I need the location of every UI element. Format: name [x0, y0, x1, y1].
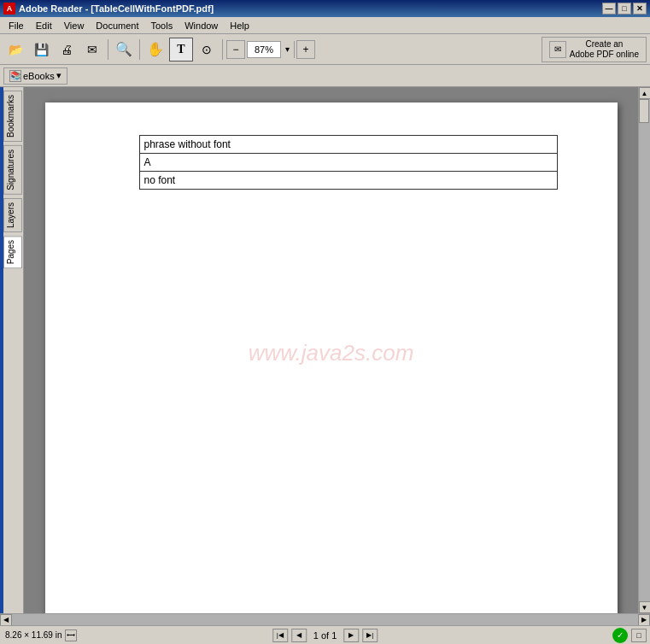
- maximize-button[interactable]: □: [618, 3, 631, 15]
- menu-edit[interactable]: Edit: [31, 19, 57, 32]
- pdf-viewport[interactable]: phrase without font A no font www.java2s…: [24, 87, 650, 613]
- nav-first-button[interactable]: |◀: [272, 629, 288, 642]
- bookmarks-label: Bookmarks: [6, 95, 15, 138]
- search-button[interactable]: 🔍: [112, 38, 136, 61]
- status-bar: 8.26 × 11.69 in ⟷ |◀ ◀ 1 of 1 ▶ ▶| ✓ □: [0, 625, 650, 644]
- title-bar: A Adobe Reader - [TableCellWithFontPDF.p…: [0, 0, 650, 17]
- layers-label: Layers: [6, 202, 15, 228]
- status-icon-1[interactable]: □: [631, 629, 647, 642]
- signatures-label: Signatures: [6, 149, 15, 190]
- pages-tab[interactable]: Pages: [3, 236, 22, 268]
- menu-document[interactable]: Document: [91, 19, 143, 32]
- main-toolbar: 📂 💾 🖨 ✉ 🔍 ✋ T ⊙ − ▾ + ✉ Create an Adobe …: [0, 34, 650, 65]
- table-row: phrase without font: [139, 136, 557, 154]
- pages-label: Pages: [6, 240, 15, 264]
- ebooks-icon: 📚: [9, 70, 21, 82]
- title-bar-right[interactable]: — □ ✕: [602, 3, 647, 15]
- menu-view[interactable]: View: [59, 19, 90, 32]
- bookmarks-tab[interactable]: Bookmarks: [3, 91, 22, 142]
- print-button[interactable]: 🖨: [55, 38, 79, 61]
- ebooks-dropdown-arrow: ▾: [56, 70, 61, 81]
- vertical-scrollbar[interactable]: ▲ ▼: [638, 87, 650, 613]
- title-bar-text: Adobe Reader - [TableCellWithFontPDF.pdf…: [19, 3, 214, 14]
- menu-bar: File Edit View Document Tools Window Hel…: [0, 17, 650, 34]
- nav-prev-button[interactable]: ◀: [291, 629, 307, 642]
- pdf-page: phrase without font A no font www.java2s…: [45, 102, 618, 613]
- table-cell-2: A: [139, 154, 557, 172]
- scroll-thumb-vertical[interactable]: [639, 99, 649, 123]
- pdf-online-label: Create an Adobe PDF online: [570, 39, 639, 60]
- title-bar-left: A Adobe Reader - [TableCellWithFontPDF.p…: [3, 3, 214, 15]
- horizontal-scrollbar[interactable]: ◀ ▶: [0, 613, 650, 625]
- scroll-track-vertical[interactable]: [639, 99, 650, 601]
- table-row: A: [139, 154, 557, 172]
- table-cell-3: no font: [139, 172, 557, 190]
- nav-last-button[interactable]: ▶|: [362, 629, 378, 642]
- ebooks-label: eBooks: [23, 71, 55, 81]
- close-button[interactable]: ✕: [633, 3, 647, 15]
- select-tool-button[interactable]: T: [169, 38, 193, 61]
- menu-window[interactable]: Window: [179, 19, 223, 32]
- open-button[interactable]: 📂: [3, 38, 27, 61]
- green-status-button[interactable]: ✓: [612, 628, 628, 643]
- scroll-up-arrow[interactable]: ▲: [639, 87, 651, 99]
- layers-tab[interactable]: Layers: [3, 198, 22, 232]
- table-cell-1: phrase without font: [139, 136, 557, 154]
- signatures-tab[interactable]: Signatures: [3, 145, 22, 195]
- navigation-controls: |◀ ◀ 1 of 1 ▶ ▶|: [272, 629, 378, 642]
- zoom-out-button[interactable]: −: [226, 40, 245, 59]
- scroll-track-horizontal[interactable]: [12, 614, 638, 625]
- menu-file[interactable]: File: [3, 19, 29, 32]
- nav-next-button[interactable]: ▶: [343, 629, 359, 642]
- page-info: 1 of 1: [310, 630, 341, 641]
- snapshot-tool-button[interactable]: ⊙: [195, 38, 219, 61]
- scroll-down-arrow[interactable]: ▼: [639, 601, 651, 613]
- secondary-toolbar: 📚 eBooks ▾: [0, 65, 650, 87]
- page-size-label: 8.26 × 11.69 in: [0, 630, 61, 640]
- resize-handle[interactable]: ⟷: [65, 629, 77, 641]
- save-button[interactable]: 💾: [29, 38, 53, 61]
- table-row: no font: [139, 172, 557, 190]
- zoom-controls: − ▾ +: [226, 40, 315, 59]
- zoom-input[interactable]: [248, 42, 280, 57]
- pdf-online-icon: ✉: [549, 41, 566, 58]
- menu-tools[interactable]: Tools: [146, 19, 179, 32]
- toolbar-separator-1: [108, 39, 108, 60]
- hand-tool-button[interactable]: ✋: [143, 38, 167, 61]
- left-panel: Bookmarks Signatures Layers Pages: [0, 87, 24, 613]
- scroll-right-arrow[interactable]: ▶: [638, 614, 650, 626]
- toolbar-separator-2: [139, 39, 140, 60]
- minimize-button[interactable]: —: [602, 3, 616, 15]
- watermark: www.java2s.com: [249, 339, 414, 366]
- zoom-dropdown-arrow[interactable]: ▾: [280, 41, 294, 58]
- zoom-in-button[interactable]: +: [296, 40, 315, 59]
- main-area: Bookmarks Signatures Layers Pages phrase…: [0, 87, 650, 613]
- create-pdf-online-button[interactable]: ✉ Create an Adobe PDF online: [542, 37, 647, 62]
- email-button[interactable]: ✉: [80, 38, 104, 61]
- toolbar-separator-3: [222, 39, 223, 60]
- menu-help[interactable]: Help: [225, 19, 255, 32]
- status-right-icons: ✓ □: [612, 628, 650, 643]
- scroll-left-arrow[interactable]: ◀: [0, 614, 12, 626]
- pdf-content-table: phrase without font A no font: [139, 135, 558, 190]
- adobe-icon: A: [3, 3, 15, 15]
- zoom-display: ▾: [247, 41, 295, 58]
- ebooks-button[interactable]: 📚 eBooks ▾: [3, 67, 67, 85]
